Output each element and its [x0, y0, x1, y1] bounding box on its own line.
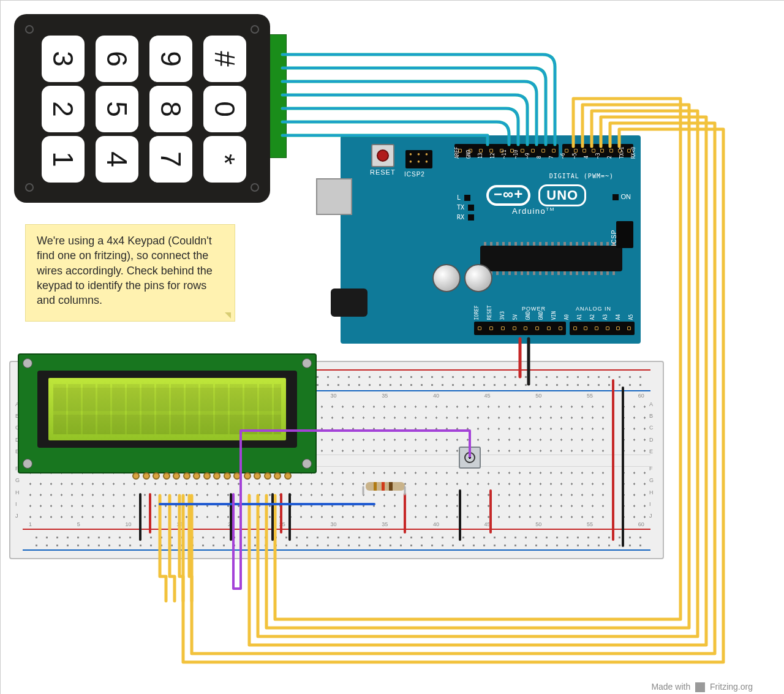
lcd-16x2 [18, 353, 317, 473]
sticky-note: We're using a 4x4 Keypad (Couldn't find … [25, 224, 235, 322]
reset-label: RESET [370, 168, 396, 176]
analog-header [570, 322, 635, 335]
digital-pin-labels: AREFGND1312~11~10~987~6~54~32TX>1RX<0 [454, 159, 636, 164]
row-letters-right: ABCDE FGHIJ [649, 401, 658, 519]
power-rail-bot [23, 527, 650, 552]
icsp2-header-icon [405, 150, 432, 168]
icsp2-label: ICSP2 [404, 171, 425, 178]
lcd-pin [173, 472, 180, 480]
screw-icon [251, 25, 259, 34]
led-icon [468, 205, 474, 211]
note-text: We're using a 4x4 Keypad (Couldn't find … [37, 235, 213, 306]
keypad-key: 9 [149, 36, 192, 82]
screw-icon [251, 183, 259, 192]
digital-section-label: DIGITAL (PWM=~) [549, 173, 614, 179]
fritzing-diagram: 369#2580147* We're using a 4x4 Keypad (C… [0, 0, 784, 694]
led-icon [468, 214, 474, 221]
atmega-chip-icon [480, 246, 622, 271]
capacitors-icon [432, 264, 496, 295]
lcd-pin [244, 472, 251, 480]
keypad-key: 8 [149, 86, 192, 132]
keypad-key: 0 [203, 86, 246, 132]
reset-button-icon [371, 144, 394, 167]
brand-label: ArduinoTM [512, 206, 555, 216]
power-led-label: ON [612, 193, 631, 200]
lcd-header-pins [132, 472, 292, 483]
keypad-grid: 369#2580147* [40, 37, 248, 181]
barrel-jack-icon [331, 289, 368, 317]
resistor-icon [366, 482, 405, 491]
analog-section-label: ANALOG IN [576, 306, 611, 312]
lcd-pin [163, 472, 170, 480]
keypad-key: 6 [96, 36, 138, 82]
led-icon [464, 195, 470, 201]
lcd-pin [183, 472, 190, 480]
fritzing-logo-icon [695, 682, 705, 692]
keypad-key: 2 [42, 86, 85, 132]
lcd-character-cells [53, 384, 281, 434]
lcd-pin [274, 472, 281, 480]
lcd-pin [264, 472, 271, 480]
power-section-label: POWER [522, 306, 546, 312]
icsp-header-icon [616, 221, 633, 248]
screw-icon [25, 183, 34, 192]
keypad-key: 4 [96, 136, 138, 183]
column-numbers-bot: 151015202530354045505560 [29, 521, 644, 527]
lcd-pin [284, 472, 292, 480]
model-label: UNO [538, 184, 586, 206]
keypad-key: 3 [42, 36, 85, 82]
keypad-key: 5 [96, 86, 138, 132]
potentiometer-icon [459, 447, 481, 469]
keypad-3x4: 369#2580147* [14, 14, 270, 203]
lcd-pin [132, 472, 140, 480]
power-analog-pin-labels: IOREFRESET3V35VGNDGNDVINA0A1A2A3A4A5 [474, 315, 633, 320]
mount-hole-icon [302, 459, 312, 469]
lcd-pin [254, 472, 261, 480]
mount-hole-icon [23, 459, 32, 469]
lcd-pin [213, 472, 221, 480]
arduino-uno-board: RESET ICSP2 AREFGND1312~11~10~987~6~54~3… [341, 135, 641, 344]
lcd-screen [48, 378, 286, 440]
mount-hole-icon [23, 358, 32, 368]
keypad-key: 1 [42, 136, 85, 183]
serial-led-labels: L TX RX [457, 193, 474, 222]
lcd-bezel [37, 371, 297, 448]
power-header [474, 322, 566, 335]
lcd-pin [143, 472, 150, 480]
usb-port-icon [316, 178, 352, 215]
keypad-key: # [203, 36, 246, 82]
keypad-key: * [203, 136, 246, 183]
lcd-pin [233, 472, 241, 480]
arduino-logo: −∞+ UNO [486, 184, 586, 206]
keypad-key: 7 [149, 136, 192, 183]
lcd-pin [224, 472, 231, 480]
icsp-label: ICSP [611, 230, 617, 246]
lcd-pin [193, 472, 200, 480]
lcd-pin [203, 472, 211, 480]
lcd-pin [153, 472, 160, 480]
infinity-logo-icon: −∞+ [486, 185, 530, 206]
mount-hole-icon [302, 358, 312, 368]
screw-icon [25, 25, 34, 34]
fritzing-attribution: Made with Fritzing.org [651, 682, 753, 692]
